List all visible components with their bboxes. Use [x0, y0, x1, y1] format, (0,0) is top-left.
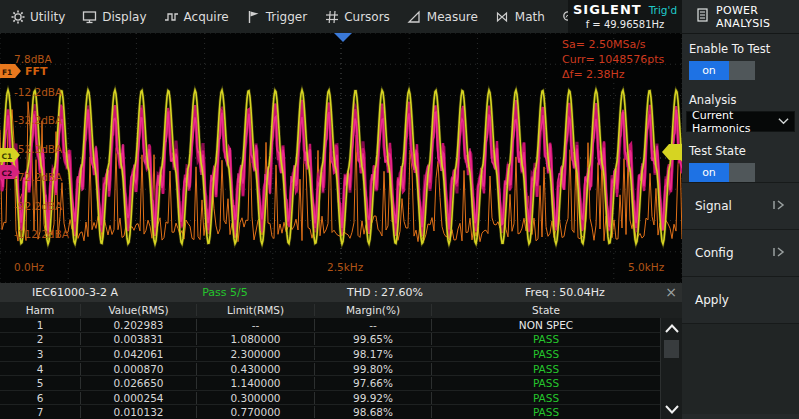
fft-scale-label: -52.2dBA — [14, 143, 63, 155]
menu-item-label: Trigger — [266, 10, 307, 24]
gear-icon — [10, 9, 25, 24]
submenu-arrow-icon — [770, 246, 786, 261]
display-icon — [82, 9, 97, 24]
menu-item-utility[interactable]: Utility — [10, 9, 65, 24]
sidebar-item-label: Config — [695, 246, 734, 260]
fft-scale-label: 7.8dBA — [14, 53, 53, 65]
table-cell: 0.430000 — [196, 363, 314, 375]
table-cell: 0.000254 — [80, 392, 196, 404]
toggle-on-state: on — [689, 61, 729, 80]
table-cell: 4 — [0, 363, 80, 375]
table-cell: 6 — [0, 392, 80, 404]
test-state-toggle[interactable]: on — [689, 163, 755, 182]
measure-icon — [407, 9, 422, 24]
menu-item-display[interactable]: Display — [82, 9, 146, 24]
sidebar-item-signal[interactable]: Signal — [682, 182, 799, 229]
table-cell: -- — [314, 319, 431, 331]
menu-item-measure[interactable]: Measure — [407, 9, 478, 24]
brand-block: SIGLENT Trig'd f = 49.96581Hz — [568, 0, 682, 33]
acquire-icon — [164, 9, 179, 24]
brand-logo: SIGLENT — [573, 3, 642, 17]
close-icon[interactable]: × — [660, 283, 682, 302]
table-cell: 5 — [0, 377, 80, 389]
menu-item-cursors[interactable]: Cursors — [324, 9, 390, 24]
trigger-frequency: f = 49.96581Hz — [586, 19, 665, 30]
trigger-position-marker[interactable] — [334, 33, 352, 42]
menu-item-math[interactable]: Math — [495, 9, 545, 24]
table-cell: 0.770000 — [196, 406, 314, 418]
chevron-down-icon — [778, 115, 789, 128]
scrollbar-thumb[interactable] — [664, 340, 679, 358]
table-cell: 99.80% — [314, 363, 431, 375]
table-cell: 0.026650 — [80, 377, 196, 389]
analysis-dropdown-value: Current Harmonics — [692, 109, 778, 135]
memory-points-readout: Curr= 1048576pts — [562, 53, 665, 66]
table-cell: 0.010132 — [80, 406, 196, 418]
toggle-on-state: on — [689, 163, 729, 182]
table-body: 10.202983----NON SPEC20.0038311.08000099… — [0, 318, 682, 419]
menu-item-label: Cursors — [344, 10, 390, 24]
table-cell: 98.17% — [314, 348, 431, 360]
menu-item-label: Math — [515, 10, 545, 24]
menu-bar: UtilityDisplayAcquireTriggerCursorsMeasu… — [0, 0, 682, 33]
table-cell: PASS — [431, 363, 660, 375]
table-cell: 1.140000 — [196, 377, 314, 389]
table-cell: 0.003831 — [80, 333, 196, 345]
math-icon — [495, 9, 510, 24]
enable-to-test-toggle[interactable]: on — [689, 61, 755, 80]
trigger-flag-icon — [246, 9, 261, 24]
table-row: 70.0101320.77000098.68%PASS — [0, 404, 682, 419]
freq-axis-label: 5.0kHz — [628, 261, 665, 273]
analysis-dropdown[interactable]: Current Harmonics — [686, 111, 795, 132]
freq-axis-label: 2.5kHz — [327, 261, 364, 273]
fft-scale-label: -92.2dBA — [14, 200, 63, 212]
document-icon — [697, 7, 708, 26]
fft-scale-label: -32.2dBA — [14, 114, 63, 126]
table-cell: 7 — [0, 406, 80, 418]
menu-item-label: Acquire — [184, 10, 229, 24]
table-row: 50.0266501.14000097.66%PASS — [0, 375, 682, 390]
table-cell: 99.92% — [314, 392, 431, 404]
power-analysis-panel: POWER ANALYSIS Enable To Test on Analysi… — [682, 0, 799, 419]
freq-axis-label: 0.0Hz — [14, 261, 45, 273]
column-header: Limit(RMS) — [196, 304, 314, 316]
waveform-area: 7.8dBA FFT -12.2dBA -32.2dBA -52.2dBA -7… — [0, 33, 682, 283]
menu-item-acquire[interactable]: Acquire — [164, 9, 229, 24]
enable-to-test-label: Enable To Test — [689, 42, 799, 56]
menu-item-label: Display — [102, 10, 146, 24]
sidebar-item-label: Apply — [695, 293, 729, 307]
menu-item-label: Measure — [427, 10, 478, 24]
waveform-display[interactable]: 7.8dBA FFT -12.2dBA -32.2dBA -52.2dBA -7… — [0, 33, 682, 283]
harmonics-table: IEC61000-3-2 A Pass 5/5 THD : 27.60% Fre… — [0, 283, 682, 419]
table-scrollbar — [660, 318, 682, 419]
thd-readout: THD : 27.60% — [300, 286, 470, 299]
svg-text:C1: C1 — [2, 152, 13, 161]
sidebar-empty-area — [682, 323, 799, 414]
table-row: 30.0420612.30000098.17%PASS — [0, 346, 682, 361]
sidebar-item-apply[interactable]: Apply — [682, 276, 799, 323]
fft-channel-marker[interactable]: F1 — [0, 64, 21, 78]
trigger-status: Trig'd — [649, 5, 677, 17]
table-cell: 99.65% — [314, 333, 431, 345]
table-cell: 0.300000 — [196, 392, 314, 404]
submenu-arrow-icon — [770, 199, 786, 214]
column-header: Margin(%) — [314, 304, 431, 316]
menu-item-label: Utility — [30, 10, 65, 24]
scroll-down-icon[interactable] — [661, 401, 683, 417]
menu-item-trigger[interactable]: Trigger — [246, 9, 307, 24]
table-cell: 0.202983 — [80, 319, 196, 331]
table-row: 20.0038311.08000099.65%PASS — [0, 332, 682, 347]
fft-scale-label: -12.2dBA — [14, 86, 63, 98]
table-row: 10.202983----NON SPEC — [0, 318, 682, 332]
oscilloscope-screen: UtilityDisplayAcquireTriggerCursorsMeasu… — [0, 0, 799, 419]
table-cell: PASS — [431, 348, 660, 360]
table-row: 40.0008700.43000099.80%PASS — [0, 361, 682, 376]
table-cell: PASS — [431, 392, 660, 404]
table-cell: 2 — [0, 333, 80, 345]
scroll-up-icon[interactable] — [661, 320, 683, 336]
table-cell: 0.042061 — [80, 348, 196, 360]
table-header-row: Harm Value(RMS) Limit(RMS) Margin(%) Sta… — [0, 302, 682, 318]
fft-trace-label: FFT — [25, 65, 48, 78]
pass-status: Pass 5/5 — [150, 286, 300, 299]
sidebar-item-config[interactable]: Config — [682, 229, 799, 276]
